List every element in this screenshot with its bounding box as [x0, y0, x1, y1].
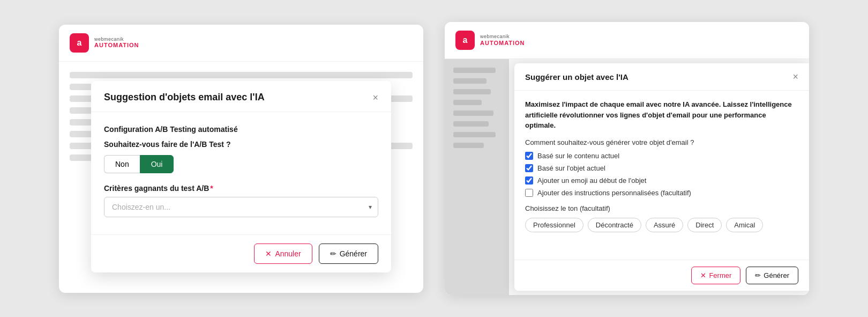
right-layout: Suggérer un objet avec l'IA × Maximisez … [445, 59, 809, 295]
right-generate-button[interactable]: ✏ Générer [746, 267, 798, 284]
skel-line [453, 121, 489, 127]
close-label: Fermer [709, 271, 731, 279]
checkbox-subject[interactable] [525, 164, 533, 172]
right-close-button[interactable]: × [792, 72, 798, 82]
ia-suggest-modal: Suggérer un objet avec l'IA × Maximisez … [514, 63, 809, 291]
right-modal-body: Maximisez l'impact de chaque email avec … [514, 91, 809, 264]
criteria-select-wrapper: Choiszez-en un... ▾ [104, 197, 378, 217]
section-label: Configuration A/B Testing automatisé [104, 125, 378, 134]
cancel-label: Annuler [275, 249, 301, 258]
right-card: a webmecanik AUTOMATION [445, 22, 809, 295]
checkbox-item-1: Basé sur le contenu actuel [525, 152, 798, 160]
checkbox-emoji[interactable] [525, 176, 533, 185]
generate-label: Générer [340, 249, 367, 258]
checkbox-item-2: Basé sur l'objet actuel [525, 164, 798, 172]
skel-line [453, 78, 487, 84]
tone-amical[interactable]: Amical [726, 218, 763, 232]
logo-icon: a [70, 33, 89, 53]
tone-tags: Professionnel Décontracté Assuré Direct … [525, 218, 798, 232]
ab-question: Souhaitez-vous faire de l'A/B Test ? [104, 140, 378, 149]
skel-line [453, 68, 496, 73]
checkbox-label-4: Ajouter des instructions personnalisées … [537, 189, 691, 197]
right-modal-footer: ✕ Fermer ✏ Générer [514, 260, 809, 291]
generate-button[interactable]: ✏ Générer [319, 244, 378, 264]
tone-section-label: Choisissez le ton (facultatif) [525, 204, 798, 212]
toggle-oui-button[interactable]: Oui [140, 155, 174, 173]
left-card: a webmecanik AUTOMATION Suggestion d'obj… [59, 25, 423, 293]
criteria-select[interactable]: Choiszez-en un... [104, 197, 378, 217]
pencil-icon-right: ✏ [755, 271, 761, 279]
left-sidebar-panel [445, 59, 509, 295]
checkbox-label-1: Basé sur le contenu actuel [537, 152, 619, 160]
left-card-header: a webmecanik AUTOMATION [59, 25, 423, 62]
checkbox-content[interactable] [525, 152, 533, 160]
tone-professionnel[interactable]: Professionnel [525, 218, 583, 232]
tone-assure[interactable]: Assuré [646, 218, 683, 232]
skel-line [453, 132, 496, 137]
right-cancel-button[interactable]: ✕ Fermer [691, 267, 740, 284]
logo-icon-right: a [455, 31, 475, 50]
close-button[interactable]: × [372, 93, 378, 102]
ab-toggle-group: Non Oui [104, 155, 378, 173]
skel-line [453, 100, 482, 105]
checkbox-label-2: Basé sur l'objet actuel [537, 164, 605, 172]
skel-line [453, 89, 491, 94]
skel-line [453, 143, 484, 148]
x-icon-right: ✕ [700, 271, 706, 279]
modal-footer: ✕ Annuler ✏ Générer [91, 234, 391, 272]
generate-label-right: Générer [764, 271, 789, 279]
ab-test-modal: Suggestion d'objets email avec l'IA × Co… [91, 81, 391, 272]
how-question: Comment souhaitez-vous générer votre obj… [525, 138, 798, 146]
tone-direct[interactable]: Direct [687, 218, 722, 232]
logo-text-right: webmecanik AUTOMATION [480, 34, 525, 46]
checkbox-item-3: Ajouter un emoji au début de l'objet [525, 176, 798, 185]
criteria-label: Critères gagnants du test A/B* [104, 184, 378, 193]
description-text: Maximisez l'impact de chaque email avec … [525, 99, 798, 131]
right-modal-header: Suggérer un objet avec l'IA × [514, 63, 809, 91]
modal-title: Suggestion d'objets email avec l'IA [104, 92, 265, 103]
right-modal-title: Suggérer un objet avec l'IA [525, 72, 628, 82]
checkbox-label-3: Ajouter un emoji au début de l'objet [537, 176, 646, 185]
right-panel-content: Suggérer un objet avec l'IA × Maximisez … [509, 59, 809, 295]
cancel-button[interactable]: ✕ Annuler [254, 244, 312, 264]
toggle-non-button[interactable]: Non [104, 155, 140, 173]
logo-text: webmecanik AUTOMATION [94, 37, 139, 49]
modal-overlay: Suggestion d'objets email avec l'IA × Co… [59, 61, 423, 293]
tone-decontracte[interactable]: Décontracté [588, 218, 641, 232]
skel-line [453, 110, 493, 116]
checkbox-item-4: Ajouter des instructions personnalisées … [525, 189, 798, 197]
modal-body: Configuration A/B Testing automatisé Sou… [91, 112, 391, 234]
modal-title-bar: Suggestion d'objets email avec l'IA × [91, 81, 391, 112]
right-card-header: a webmecanik AUTOMATION [445, 22, 809, 59]
x-icon: ✕ [265, 249, 272, 258]
pencil-icon: ✏ [330, 249, 336, 258]
checkbox-custom[interactable] [525, 189, 533, 197]
